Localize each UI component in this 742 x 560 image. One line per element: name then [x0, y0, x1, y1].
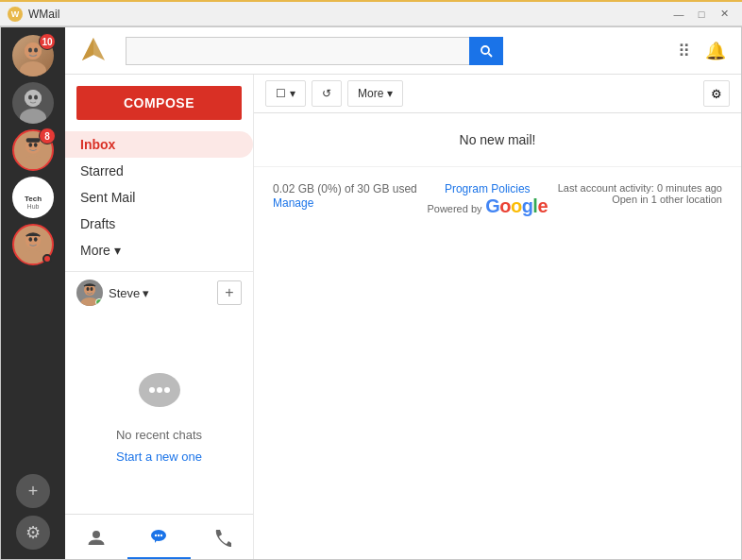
chat-empty-state: No recent chats Start a new one	[65, 314, 253, 514]
svg-point-27	[91, 287, 93, 291]
contacts-tab[interactable]	[65, 515, 127, 559]
app-icon: W	[8, 7, 23, 22]
logo	[76, 34, 110, 68]
svg-point-19	[21, 249, 44, 265]
chat-add-button[interactable]: +	[217, 280, 242, 305]
svg-point-6	[20, 109, 46, 124]
content: COMPOSE Inbox Starred Sent Mail Drafts M…	[65, 75, 741, 559]
sidebar: COMPOSE Inbox Starred Sent Mail Drafts M…	[65, 75, 254, 559]
nav-more[interactable]: More ▾	[65, 237, 253, 263]
nav-list: Inbox Starred Sent Mail Drafts More ▾	[65, 131, 253, 271]
online-dot	[42, 254, 52, 263]
svg-point-36	[158, 534, 160, 535]
compose-button[interactable]: COMPOSE	[76, 86, 242, 120]
maximize-button[interactable]: □	[691, 6, 712, 23]
svg-point-37	[160, 534, 162, 535]
refresh-button[interactable]: ↺	[312, 80, 342, 107]
mail-toolbar: ☐ ▾ ↺ More ▾ ⚙	[254, 75, 741, 113]
storage-text: 0.02 GB (0%) of 30 GB used	[273, 182, 417, 195]
avatar-3[interactable]: 8	[12, 129, 54, 171]
chat-name-dropdown[interactable]: Steve ▾	[109, 286, 149, 300]
policies-link[interactable]: Program Policies	[427, 182, 548, 195]
titlebar: W WMail — □ ✕	[0, 0, 742, 26]
svg-point-20	[28, 237, 32, 242]
mail-status: No new mail!	[254, 113, 741, 167]
add-account-button[interactable]: +	[16, 474, 50, 508]
svg-point-8	[28, 95, 32, 100]
powered-by-row: Powered by Google	[427, 195, 548, 217]
chat-section: Steve ▾ + No	[65, 271, 253, 514]
svg-point-11	[21, 155, 44, 171]
svg-point-3	[28, 48, 32, 53]
svg-point-21	[34, 237, 38, 242]
minimize-button[interactable]: —	[668, 6, 689, 23]
svg-point-4	[34, 48, 38, 53]
svg-point-31	[164, 387, 170, 393]
svg-text:Hub: Hub	[27, 203, 40, 210]
manage-link[interactable]: Manage	[273, 196, 313, 210]
avatar-1[interactable]: 10	[12, 35, 54, 76]
svg-point-9	[34, 95, 38, 100]
svg-point-33	[93, 531, 100, 538]
search-bar	[126, 37, 503, 65]
nav-starred[interactable]: Starred	[65, 158, 253, 184]
rail-bottom: + ⚙	[16, 474, 50, 559]
svg-point-1	[20, 61, 46, 76]
chat-bubble-icon	[131, 364, 188, 420]
close-button[interactable]: ✕	[714, 6, 734, 23]
nav-drafts[interactable]: Drafts	[65, 211, 253, 237]
titlebar-left: W WMail	[8, 7, 59, 22]
svg-line-23	[489, 53, 493, 57]
nav-inbox[interactable]: Inbox	[65, 131, 253, 158]
header-right: ⠿ 🔔	[674, 37, 730, 65]
badge-1: 10	[39, 33, 56, 50]
inner-container: ⠿ 🔔 COMPOSE Inbox Starred Sent Mail Draf…	[65, 27, 741, 559]
sidebar-bottom-tabs	[65, 514, 253, 559]
google-info: Program Policies Powered by Google	[427, 182, 548, 217]
settings-gear-button[interactable]: ⚙	[703, 80, 730, 107]
svg-point-26	[87, 287, 90, 291]
storage-info: 0.02 GB (0%) of 30 GB used Manage	[273, 182, 417, 210]
nav-sent[interactable]: Sent Mail	[65, 184, 253, 211]
more-button[interactable]: More ▾	[347, 80, 403, 107]
app-title: WMail	[28, 8, 59, 21]
search-input[interactable]	[126, 37, 469, 65]
svg-marker-38	[155, 539, 158, 543]
svg-point-35	[155, 534, 157, 535]
badge-3: 8	[39, 127, 56, 144]
svg-point-30	[157, 387, 162, 393]
svg-point-22	[481, 46, 489, 54]
header: ⠿ 🔔	[65, 27, 741, 75]
window-controls: — □ ✕	[668, 6, 734, 23]
account-activity: Last account activity: 0 minutes ago Ope…	[558, 182, 722, 205]
chat-tab[interactable]	[127, 515, 190, 559]
mail-footer: 0.02 GB (0%) of 30 GB used Manage Progra…	[254, 167, 741, 232]
avatar-rail: 10	[1, 27, 65, 559]
notifications-button[interactable]: 🔔	[701, 37, 730, 65]
search-button[interactable]	[469, 37, 503, 65]
app-container: 10	[0, 26, 742, 560]
chat-no-recent: No recent chats	[116, 428, 202, 442]
google-logo: Google	[485, 195, 548, 216]
svg-text:Tech: Tech	[25, 195, 42, 203]
apps-button[interactable]: ⠿	[674, 37, 694, 65]
avatar-4[interactable]: Tech Hub	[12, 177, 54, 218]
svg-point-13	[34, 143, 38, 147]
select-dropdown[interactable]: ☐ ▾	[265, 80, 306, 107]
avatar-5[interactable]	[12, 224, 54, 265]
svg-point-7	[25, 90, 42, 107]
chat-header: Steve ▾ +	[65, 272, 253, 314]
mail-area: ☐ ▾ ↺ More ▾ ⚙ No new mail! 0.02 GB (0%)…	[254, 75, 741, 559]
svg-point-29	[149, 387, 155, 393]
chat-start-link[interactable]: Start a new one	[116, 450, 202, 464]
svg-rect-14	[26, 138, 41, 143]
phone-tab[interactable]	[191, 515, 253, 559]
avatar-2[interactable]	[12, 82, 54, 124]
settings-button[interactable]: ⚙	[16, 516, 50, 550]
chat-user-avatar	[76, 280, 103, 306]
svg-point-12	[28, 143, 32, 147]
